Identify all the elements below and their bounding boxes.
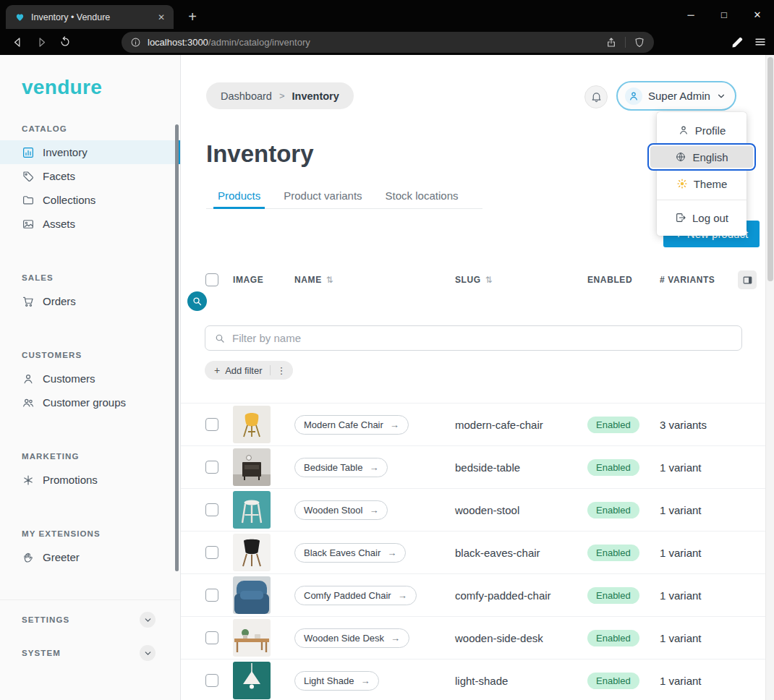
sidebar-item-inventory[interactable]: Inventory [0, 140, 180, 164]
sidebar-item-label: Promotions [43, 474, 98, 486]
sidebar: vendure CATALOG Inventory Facets Collect… [0, 55, 181, 700]
status-badge: Enabled [587, 502, 639, 518]
row-checkbox[interactable] [205, 418, 218, 431]
url-domain: localhost:3000 [148, 37, 208, 48]
row-checkbox[interactable] [205, 461, 218, 474]
section-label-marketing: MARKETING [22, 452, 180, 461]
row-checkbox[interactable] [205, 631, 218, 644]
menu-item-language[interactable]: English [650, 146, 753, 168]
product-name-link[interactable]: Bedside Table→ [294, 458, 388, 477]
profile-icon [678, 124, 689, 136]
sidebar-section-system[interactable]: SYSTEM [0, 636, 180, 670]
tab-stock-locations[interactable]: Stock locations [374, 184, 470, 208]
menu-item-logout[interactable]: Log out [657, 205, 747, 230]
product-name-link[interactable]: Wooden Stool→ [294, 500, 388, 520]
page-scrollbar[interactable] [765, 55, 774, 700]
maximize-button[interactable]: □ [707, 0, 741, 29]
row-checkbox[interactable] [205, 546, 218, 559]
add-filter-button[interactable]: + Add filter [205, 364, 270, 376]
status-badge: Enabled [587, 545, 639, 561]
brave-shield-icon[interactable] [634, 37, 645, 48]
menu-item-profile[interactable]: Profile [657, 119, 747, 141]
sidebar-item-customers[interactable]: Customers [0, 367, 180, 390]
menu-divider [657, 200, 747, 200]
reload-button[interactable] [55, 33, 75, 51]
menu-hamburger-icon[interactable] [754, 35, 767, 48]
notifications-button[interactable] [584, 85, 608, 108]
product-name-link[interactable]: Comfy Padded Chair→ [294, 586, 417, 605]
select-all-checkbox[interactable] [205, 273, 218, 286]
sidebar-section-settings[interactable]: SETTINGS [0, 603, 180, 636]
variants-count: 3 variants [660, 419, 738, 431]
inventory-chart-icon [22, 146, 35, 159]
tab-close-icon[interactable]: ✕ [155, 11, 168, 24]
tab-product-variants[interactable]: Product variants [272, 184, 373, 208]
chevron-down-icon [716, 91, 726, 101]
sidebar-item-facets[interactable]: Facets [0, 164, 180, 188]
tab-title: Inventory • Vendure [31, 12, 149, 22]
menu-item-label: English [692, 151, 728, 163]
site-info-icon[interactable] [130, 37, 141, 48]
divider [625, 37, 626, 48]
sidebar-item-orders[interactable]: Orders [0, 289, 180, 313]
column-slug[interactable]: SLUG⇅ [455, 275, 587, 285]
browser-tab[interactable]: Inventory • Vendure ✕ [6, 5, 174, 29]
table-row: Bedside Table→ bedside-table Enabled 1 v… [181, 445, 765, 488]
row-checkbox[interactable] [205, 589, 218, 602]
product-name-link[interactable]: Modern Cafe Chair→ [294, 415, 409, 435]
sidebar-item-collections[interactable]: Collections [0, 188, 180, 212]
product-slug: wooden-side-desk [455, 632, 587, 644]
edit-pencil-icon[interactable] [731, 35, 745, 49]
filter-options-button[interactable]: ⋮ [271, 365, 293, 376]
person-icon [22, 372, 35, 385]
product-name-link[interactable]: Black Eaves Chair→ [294, 543, 406, 563]
product-slug: modern-cafe-chair [455, 419, 587, 431]
status-badge: Enabled [587, 417, 639, 433]
address-bar[interactable]: localhost:3000 /admin/catalog/inventory [122, 32, 654, 53]
section-label-my-extensions: MY EXTENSIONS [22, 529, 180, 538]
table-row: Light Shade→ light-shade Enabled 1 varia… [181, 659, 765, 700]
arrow-right-icon: → [391, 633, 400, 644]
chevron-down-icon[interactable] [140, 612, 156, 628]
search-icon [214, 333, 226, 344]
status-badge: Enabled [587, 673, 639, 689]
search-toggle-button[interactable] [187, 291, 207, 311]
forward-button[interactable] [31, 33, 51, 51]
column-settings-button[interactable] [738, 270, 757, 289]
sidebar-item-customer-groups[interactable]: Customer groups [0, 390, 180, 414]
column-name[interactable]: NAME⇅ [294, 275, 455, 285]
product-name-link[interactable]: Light Shade→ [294, 671, 379, 691]
tab-products[interactable]: Products [206, 184, 272, 208]
back-button[interactable] [7, 33, 27, 51]
product-name-link[interactable]: Wooden Side Desk→ [294, 628, 409, 648]
section-label-sales: SALES [22, 273, 180, 282]
people-icon [22, 396, 35, 409]
breadcrumb-dashboard[interactable]: Dashboard [221, 90, 272, 102]
share-icon[interactable] [605, 37, 617, 48]
product-image-bedside-table [233, 448, 271, 486]
chevron-down-icon[interactable] [140, 645, 156, 661]
sidebar-item-label: Assets [43, 218, 75, 230]
sidebar-item-assets[interactable]: Assets [0, 212, 180, 236]
new-tab-button[interactable]: + [182, 7, 203, 27]
menu-item-label: Theme [694, 178, 728, 190]
sidebar-item-promotions[interactable]: Promotions [0, 468, 180, 492]
sidebar-item-greeter[interactable]: Greeter [0, 545, 180, 569]
row-checkbox[interactable] [205, 674, 218, 687]
product-slug: black-eaves-chair [455, 547, 587, 559]
scrollbar-thumb[interactable] [767, 57, 773, 281]
filter-by-name-input[interactable] [232, 332, 733, 344]
avatar [625, 88, 642, 105]
sidebar-item-label: Customer groups [43, 396, 126, 409]
search-icon [192, 296, 203, 307]
sidebar-scrollbar[interactable] [175, 124, 179, 571]
sort-icon: ⇅ [326, 275, 334, 285]
minimize-button[interactable]: ─ [674, 0, 707, 29]
product-slug: comfy-padded-chair [455, 589, 587, 602]
vendure-logo[interactable]: vendure [22, 77, 180, 98]
close-button[interactable]: ✕ [741, 0, 774, 29]
row-checkbox[interactable] [205, 503, 218, 516]
folder-icon [22, 194, 35, 207]
user-menu-button[interactable]: Super Admin [616, 81, 736, 111]
menu-item-theme[interactable]: Theme [657, 173, 747, 195]
